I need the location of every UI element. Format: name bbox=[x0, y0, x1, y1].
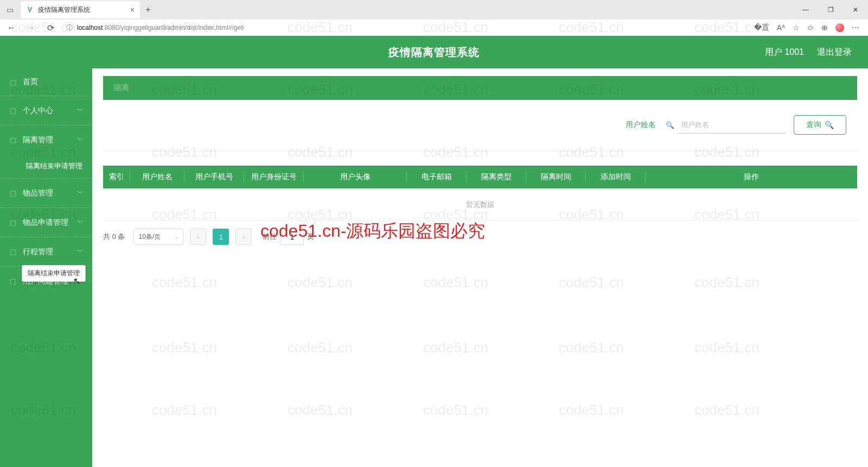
close-window-button[interactable]: ✕ bbox=[843, 0, 868, 20]
sidebar-item-label: 行程管理 bbox=[23, 247, 53, 257]
url-text: localhost:8080/yiqinggeliguanli/admin/di… bbox=[77, 24, 244, 31]
tab-bar: ▭ V 疫情隔离管理系统 × + — ❐ ✕ bbox=[0, 0, 868, 20]
next-page-button[interactable]: › bbox=[235, 229, 252, 245]
table-column-header: 添加时间 bbox=[586, 172, 646, 182]
app-header: 疫情隔离管理系统 用户 1001 退出登录 bbox=[0, 36, 868, 68]
breadcrumb: 隔离 bbox=[103, 76, 857, 100]
big-watermark: code51.cn-源码乐园盗图必究 bbox=[260, 219, 485, 243]
logout-link[interactable]: 退出登录 bbox=[817, 47, 852, 58]
table-column-header: 用户姓名 bbox=[130, 172, 184, 182]
table-empty: 暂无数据 bbox=[103, 188, 857, 221]
sidebar-sub-isolation-end[interactable]: 隔离结束申请管理 bbox=[0, 154, 92, 178]
question-icon: ▢ bbox=[9, 277, 17, 286]
sidebar-item-profile[interactable]: ▢ 个人中心 ﹀ bbox=[0, 96, 92, 125]
table-header: 索引用户姓名用户手机号用户身份证号用户头像电子邮箱隔离类型隔离时间添加时间操作 bbox=[103, 166, 857, 188]
mouse-cursor-icon: ↖ bbox=[73, 276, 80, 286]
minimize-button[interactable]: — bbox=[793, 0, 818, 20]
chevron-down-icon: ⌄ bbox=[174, 234, 178, 240]
browser-chrome: ▭ V 疫情隔离管理系统 × + — ❐ ✕ ← → ⟳ ⓘ localhost… bbox=[0, 0, 868, 36]
search-icon: 🔍 bbox=[825, 121, 834, 129]
url-field[interactable]: ⓘ localhost:8080/yiqinggeliguanli/admin/… bbox=[62, 21, 751, 34]
doc-icon: ▢ bbox=[9, 218, 17, 227]
translate-icon[interactable]: ☆ bbox=[793, 23, 800, 32]
query-button[interactable]: 查询 🔍 bbox=[794, 115, 846, 135]
sidebar-item-label: 隔离结束申请管理 bbox=[26, 161, 82, 171]
sidebar-item-label: 隔离管理 bbox=[23, 135, 53, 145]
more-icon[interactable]: ⋯ bbox=[852, 23, 859, 32]
maximize-button[interactable]: ❐ bbox=[818, 0, 843, 20]
page-total: 共 0 条 bbox=[103, 232, 125, 242]
favorites-icon[interactable]: ✩ bbox=[807, 23, 814, 32]
table-column-header: 用户手机号 bbox=[184, 172, 244, 182]
collections-icon[interactable]: ⊕ bbox=[821, 23, 828, 32]
data-table: 索引用户姓名用户手机号用户身份证号用户头像电子邮箱隔离类型隔离时间添加时间操作 … bbox=[103, 166, 857, 221]
table-column-header: 电子邮箱 bbox=[407, 172, 467, 182]
page-number[interactable]: 1 bbox=[213, 229, 229, 245]
filter-label: 用户姓名 bbox=[626, 120, 656, 130]
tab-list-button[interactable]: ▭ bbox=[0, 0, 20, 20]
chevron-down-icon: ﹀ bbox=[77, 247, 84, 256]
chevron-down-icon: ﹀ bbox=[77, 135, 84, 144]
sidebar-item-goods[interactable]: ▢ 物品管理 ﹀ bbox=[0, 178, 92, 207]
sidebar-item-travel[interactable]: ▢ 行程管理 ﹀ bbox=[0, 237, 92, 266]
sidebar-item-label: 个人中心 bbox=[23, 106, 53, 116]
site-info-icon[interactable]: ⓘ bbox=[66, 23, 73, 33]
chevron-down-icon: ﹀ bbox=[77, 188, 84, 198]
filter-bar: 用户姓名 🔍 查询 🔍 bbox=[103, 110, 857, 152]
sidebar-item-label: 首页 bbox=[23, 77, 38, 87]
chevron-down-icon: ﹀ bbox=[77, 218, 84, 227]
home-icon: ▢ bbox=[9, 78, 17, 86]
vue-favicon-icon: V bbox=[26, 6, 34, 14]
table-column-header: 索引 bbox=[103, 172, 130, 182]
current-user[interactable]: 用户 1001 bbox=[765, 47, 804, 58]
browser-tab[interactable]: V 疫情隔离管理系统 × bbox=[21, 1, 140, 18]
user-icon: ▢ bbox=[9, 106, 17, 115]
table-column-header: 隔离时间 bbox=[526, 172, 586, 182]
refresh-button[interactable]: ⟳ bbox=[42, 20, 59, 36]
query-button-label: 查询 bbox=[806, 120, 821, 130]
box-icon: ▢ bbox=[9, 189, 17, 198]
new-tab-button[interactable]: + bbox=[140, 5, 156, 15]
app-title: 疫情隔离管理系统 bbox=[388, 45, 480, 60]
folder-icon: ▢ bbox=[9, 136, 17, 144]
route-icon: ▢ bbox=[9, 248, 17, 256]
address-bar: ← → ⟳ ⓘ localhost:8080/yiqinggeliguanli/… bbox=[0, 20, 868, 36]
tab-title: 疫情隔离管理系统 bbox=[38, 5, 90, 15]
table-column-header: 操作 bbox=[646, 172, 857, 182]
main-content: 隔离 用户姓名 🔍 查询 🔍 索引用户姓名用户手机号用户身份证号用户头像电子邮箱… bbox=[92, 68, 868, 467]
table-column-header: 用户头像 bbox=[304, 172, 407, 182]
chevron-down-icon: ﹀ bbox=[77, 106, 84, 115]
profile-avatar-icon[interactable] bbox=[835, 23, 844, 32]
close-tab-icon[interactable]: × bbox=[130, 5, 135, 14]
breadcrumb-text: 隔离 bbox=[114, 83, 129, 93]
prev-page-button[interactable]: ‹ bbox=[190, 229, 206, 245]
sidebar-item-label: 物品申请管理 bbox=[23, 218, 68, 228]
sidebar-item-label: 物品管理 bbox=[23, 188, 53, 198]
table-column-header: 隔离类型 bbox=[467, 172, 526, 182]
username-input[interactable] bbox=[678, 116, 786, 134]
page-size-select[interactable]: 10条/页 ⌄ bbox=[133, 229, 183, 245]
table-column-header: 用户身份证号 bbox=[244, 172, 304, 182]
sidebar-item-goods-apply[interactable]: ▢ 物品申请管理 ﹀ bbox=[0, 207, 92, 237]
sidebar-item-home[interactable]: ▢ 首页 bbox=[0, 68, 92, 96]
text-size-icon[interactable]: Aᴬ bbox=[777, 23, 785, 32]
search-icon: 🔍 bbox=[666, 121, 674, 129]
reader-icon[interactable]: �置 bbox=[754, 23, 769, 33]
sidebar-item-isolation[interactable]: ▢ 隔离管理 ﹀ bbox=[0, 125, 92, 154]
forward-button[interactable]: → bbox=[23, 20, 39, 36]
window-controls: — ❐ ✕ bbox=[793, 0, 868, 20]
back-button[interactable]: ← bbox=[3, 20, 20, 36]
